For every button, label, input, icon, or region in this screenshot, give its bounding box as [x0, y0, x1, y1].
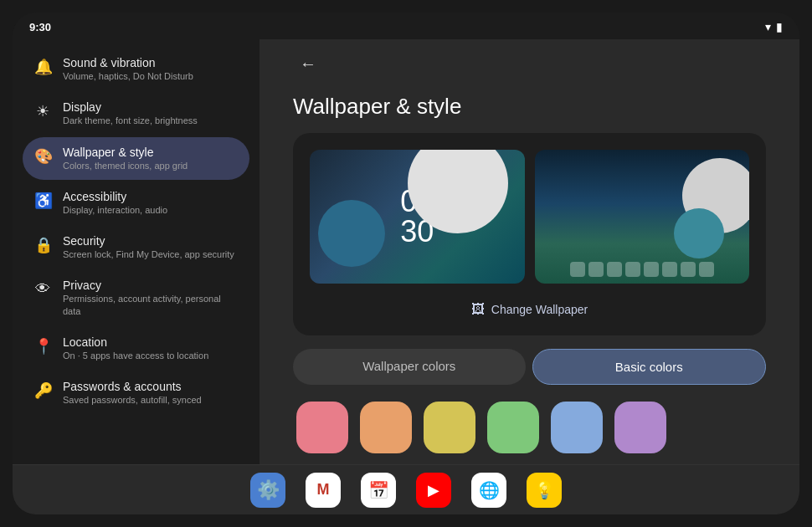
- main-panel: ← Wallpaper & style 09 30: [260, 39, 799, 464]
- change-wallpaper-label: Change Wallpaper: [491, 303, 588, 316]
- wifi-icon: ▾: [765, 20, 771, 33]
- panel-title: Wallpaper & style: [293, 85, 766, 133]
- dock-icon-7: [681, 262, 696, 277]
- sidebar-item-location-subtitle: On · 5 apps have access to location: [63, 350, 208, 361]
- back-button[interactable]: ←: [293, 51, 323, 77]
- sidebar-item-sound-title: Sound & vibration: [63, 56, 193, 69]
- color-swatches: [293, 402, 766, 453]
- dock-icon-2: [588, 262, 604, 277]
- device: 9:30 ▾ ▮ 🔔 Sound & vibration Volume, hap…: [13, 13, 799, 514]
- battery-icon: ▮: [776, 20, 783, 33]
- home-dock: [535, 262, 750, 277]
- security-icon: 🔒: [34, 236, 51, 254]
- sidebar-item-security[interactable]: 🔒 Security Screen lock, Find My Device, …: [23, 226, 249, 269]
- sidebar-item-security-title: Security: [63, 234, 234, 248]
- sidebar: 🔔 Sound & vibration Volume, haptics, Do …: [13, 39, 260, 464]
- tab-basic-colors[interactable]: Basic colors: [532, 349, 767, 385]
- main-content: 🔔 Sound & vibration Volume, haptics, Do …: [13, 39, 799, 464]
- passwords-icon: 🔑: [34, 381, 51, 400]
- dock-icon-8: [699, 262, 714, 277]
- dock-chrome[interactable]: 🌐: [471, 473, 506, 508]
- status-bar: 9:30 ▾ ▮: [13, 13, 799, 39]
- sidebar-item-privacy-subtitle: Permissions, account activity, personal …: [63, 293, 238, 317]
- decor-blob-4: [674, 208, 724, 258]
- sidebar-item-display-subtitle: Dark theme, font size, brightness: [63, 115, 198, 126]
- sidebar-item-location-title: Location: [63, 335, 208, 349]
- sidebar-item-accessibility[interactable]: ♿ Accessibility Display, interaction, au…: [23, 182, 249, 224]
- lock-screen-preview[interactable]: 09 30: [310, 150, 525, 284]
- tab-wallpaper-colors[interactable]: Wallpaper colors: [293, 349, 526, 385]
- sidebar-item-display-title: Display: [63, 100, 198, 114]
- sidebar-item-passwords[interactable]: 🔑 Passwords & accounts Saved passwords, …: [23, 371, 249, 414]
- dock-icon-4: [625, 262, 640, 277]
- color-swatch-green[interactable]: [487, 402, 539, 453]
- home-screen-preview[interactable]: [535, 150, 750, 284]
- sidebar-item-display[interactable]: ☀ Display Dark theme, font size, brightn…: [23, 92, 249, 135]
- wallpaper-icon: 🎨: [34, 147, 51, 166]
- sidebar-item-security-subtitle: Screen lock, Find My Device, app securit…: [63, 248, 234, 260]
- dock-icon-5: [644, 262, 659, 277]
- sidebar-item-passwords-subtitle: Saved passwords, autofill, synced: [63, 394, 202, 406]
- sidebar-item-sound[interactable]: 🔔 Sound & vibration Volume, haptics, Do …: [23, 48, 249, 90]
- sidebar-item-accessibility-subtitle: Display, interaction, audio: [63, 204, 167, 216]
- sidebar-item-sound-subtitle: Volume, haptics, Do Not Disturb: [63, 70, 193, 82]
- dock-gmail[interactable]: M: [306, 473, 341, 508]
- dock-icon-6: [662, 262, 677, 277]
- dock-youtube[interactable]: ▶: [416, 473, 451, 508]
- sidebar-item-privacy-title: Privacy: [63, 279, 238, 292]
- bottom-dock: ⚙️ M 📅 ▶ 🌐 💡: [13, 464, 799, 514]
- change-wallpaper-button[interactable]: 🖼 Change Wallpaper: [310, 297, 749, 322]
- dock-icon-3: [607, 262, 622, 277]
- color-swatch-purple[interactable]: [614, 402, 666, 453]
- sidebar-item-passwords-title: Passwords & accounts: [63, 380, 202, 393]
- privacy-icon: 👁: [34, 280, 51, 298]
- change-wallpaper-icon: 🖼: [471, 302, 485, 317]
- display-icon: ☀: [34, 102, 51, 120]
- color-swatch-yellow[interactable]: [424, 402, 475, 453]
- color-swatch-orange[interactable]: [360, 402, 412, 453]
- wallpaper-preview-card: 09 30: [293, 133, 766, 335]
- sidebar-item-location[interactable]: 📍 Location On · 5 apps have access to lo…: [23, 327, 249, 370]
- dock-keep[interactable]: 💡: [527, 473, 562, 508]
- sound-icon: 🔔: [34, 58, 51, 76]
- panel-header: ←: [293, 39, 766, 85]
- accessibility-icon: ♿: [34, 192, 51, 210]
- sidebar-item-wallpaper-subtitle: Colors, themed icons, app grid: [63, 160, 188, 171]
- decor-blob-2: [318, 200, 385, 267]
- location-icon: 📍: [34, 337, 51, 356]
- color-tabs: Wallpaper colors Basic colors: [293, 349, 766, 385]
- sidebar-item-wallpaper[interactable]: 🎨 Wallpaper & style Colors, themed icons…: [23, 137, 249, 180]
- sidebar-item-accessibility-title: Accessibility: [63, 190, 167, 203]
- sidebar-item-wallpaper-title: Wallpaper & style: [63, 146, 188, 159]
- status-time: 9:30: [29, 21, 51, 33]
- dock-settings[interactable]: ⚙️: [250, 473, 285, 508]
- dock-icon-1: [570, 262, 585, 277]
- wallpaper-previews: 09 30: [310, 150, 749, 284]
- sidebar-item-privacy[interactable]: 👁 Privacy Permissions, account activity,…: [23, 270, 249, 325]
- color-swatch-blue[interactable]: [551, 402, 603, 453]
- color-swatch-pink[interactable]: [296, 402, 348, 453]
- status-icons: ▾ ▮: [765, 20, 783, 33]
- dock-calendar[interactable]: 📅: [361, 473, 396, 508]
